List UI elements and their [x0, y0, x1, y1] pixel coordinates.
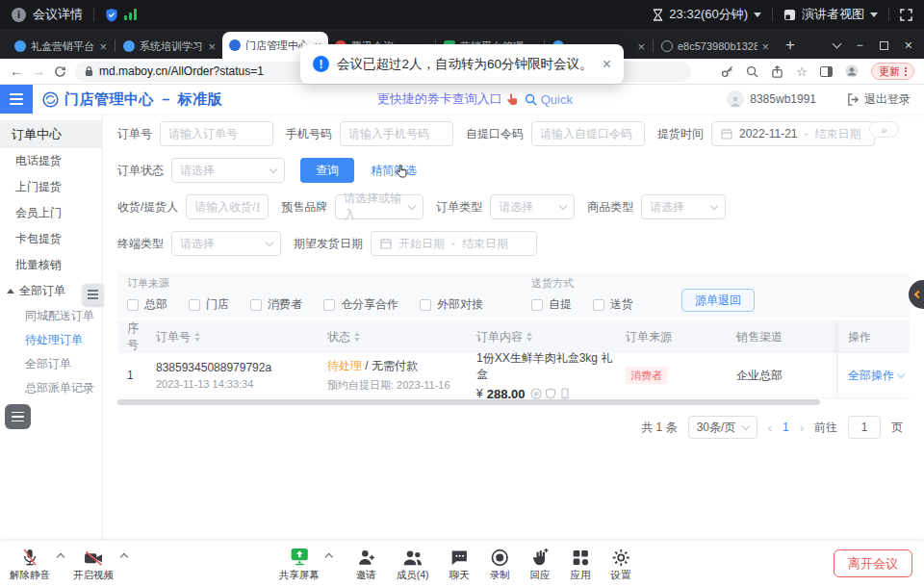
view-dropdown-icon[interactable]	[870, 13, 878, 17]
sidebar-item-batch-verify[interactable]: 批量核销	[0, 252, 102, 278]
checkbox-store[interactable]: 门店	[189, 296, 229, 313]
sidebar-item-member-visit[interactable]: 会员上门	[0, 200, 102, 226]
apps-button[interactable]: 应用	[571, 545, 591, 582]
share-screen-button[interactable]: 共享屏幕	[279, 545, 320, 582]
order-no-input[interactable]	[168, 127, 265, 140]
phone-input[interactable]	[348, 127, 445, 140]
invite-button[interactable]: 邀请	[356, 545, 376, 582]
col-status[interactable]: 状态	[318, 320, 467, 353]
goto-page-input[interactable]	[848, 416, 881, 439]
browser-tab[interactable]: 礼盒营销平台管理中心 ×	[8, 34, 114, 59]
row-all-actions-dropdown[interactable]: 全部操作	[848, 368, 904, 384]
next-page-button[interactable]: ›	[800, 421, 804, 435]
browser-profile-avatar[interactable]	[845, 64, 859, 78]
menu-hamburger-icon[interactable]	[0, 85, 33, 114]
quick-search-icon[interactable]	[525, 93, 537, 106]
sidebar-subitem-hq-dispatch[interactable]: 总部派单记录	[0, 376, 102, 400]
tab-close-icon[interactable]: ×	[761, 40, 769, 53]
sidebar-item-card-pickup[interactable]: 卡包提货	[0, 226, 102, 252]
reaction-button[interactable]: 回应	[530, 545, 551, 582]
browser-tab[interactable]: 系统培训学习 ×	[116, 34, 222, 59]
prev-page-button[interactable]: ‹	[768, 421, 772, 435]
logout-button[interactable]: 退出登录	[847, 91, 911, 108]
reload-button[interactable]	[54, 65, 66, 78]
browser-menu-icon[interactable]	[905, 67, 907, 76]
browser-tab[interactable]: e8c573980b1328a258fd2e618 ×	[654, 34, 776, 59]
bookmark-star-icon[interactable]: ☆	[796, 65, 808, 78]
receiver-input[interactable]	[194, 200, 260, 214]
sidebar-subitem-all-orders[interactable]: 全部订单	[0, 352, 102, 376]
col-content[interactable]: 订单内容	[467, 320, 616, 353]
zoom-icon[interactable]	[746, 65, 758, 78]
checkbox-consumer[interactable]: 消费者	[250, 296, 302, 313]
goods-type-select[interactable]: 请选择	[641, 194, 726, 219]
share-page-icon[interactable]	[771, 65, 783, 78]
checkbox-warehouse-share[interactable]: 仓分享合作	[323, 296, 398, 313]
sidebar-subitem-pending-orders[interactable]: 待处理订单	[0, 328, 102, 352]
sidebar-item-door-pickup[interactable]: 上门提货	[0, 174, 102, 200]
terminal-type-select[interactable]: 请选择	[171, 231, 281, 256]
tab-close-icon[interactable]: ×	[637, 40, 645, 53]
dock-handle-icon[interactable]	[83, 284, 103, 305]
order-type-select[interactable]: 请选择	[490, 194, 575, 219]
col-order-no[interactable]: 订单号	[146, 320, 318, 353]
sort-icon[interactable]	[194, 332, 200, 342]
share-options-caret[interactable]	[325, 553, 333, 561]
sidebar-subitem-city-delivery[interactable]: 同城配送订单	[0, 304, 102, 328]
mic-options-caret[interactable]	[57, 553, 64, 561]
meeting-info-icon[interactable]: i	[12, 8, 26, 22]
pickup-code-input[interactable]	[540, 127, 636, 140]
close-window-button[interactable]: ×	[905, 38, 912, 53]
start-video-button[interactable]: 开启视频	[73, 545, 114, 582]
original-order-return-button[interactable]: 源单退回	[681, 289, 755, 312]
view-mode-label[interactable]: 演讲者视图	[802, 6, 864, 23]
sidebar-item-phone-pickup[interactable]: 电话提货	[0, 148, 102, 174]
tab-title: e8c573980b1328a258fd2e618	[678, 40, 757, 52]
maximize-button[interactable]	[880, 41, 888, 50]
task-list-widget-icon[interactable]	[5, 404, 31, 429]
pickup-date-range-input[interactable]: 2022-11-21 - 结束日期	[711, 121, 875, 146]
unmute-button[interactable]: 解除静音	[10, 545, 50, 582]
back-button[interactable]: ←	[10, 64, 23, 78]
side-panel-icon[interactable]	[820, 66, 833, 77]
brand-select[interactable]: 请选择或输入	[335, 194, 424, 219]
checkbox-delivery[interactable]: 送货	[593, 296, 633, 313]
sort-icon[interactable]	[354, 332, 360, 342]
horizontal-scrollbar[interactable]	[117, 399, 820, 405]
user-avatar[interactable]	[727, 90, 744, 108]
network-signal-icon[interactable]	[124, 9, 137, 20]
order-number[interactable]: 83859345088979792a	[156, 361, 271, 374]
video-options-caret[interactable]	[120, 553, 128, 561]
checkbox-hq[interactable]: 总部	[127, 296, 167, 313]
new-tab-button[interactable]: +	[785, 37, 795, 53]
expect-date-range-input[interactable]: 开始日期 - 结束日期	[371, 231, 537, 256]
password-key-icon[interactable]	[721, 65, 733, 78]
page-size-select[interactable]: 30条/页	[688, 416, 757, 439]
toast-close-icon[interactable]: ×	[603, 57, 611, 72]
tab-close-icon[interactable]: ×	[99, 40, 107, 53]
tab-close-icon[interactable]: ×	[208, 40, 216, 53]
checkbox-external[interactable]: 外部对接	[420, 296, 483, 313]
simple-filter-link[interactable]: 精简筛选	[371, 163, 417, 179]
record-button[interactable]: 录制	[490, 545, 510, 582]
coupon-query-link[interactable]: 更快捷的券卡查询入口	[377, 90, 502, 108]
expand-filters-button[interactable]: »	[869, 121, 899, 138]
order-status-select[interactable]: 请选择	[171, 158, 285, 183]
security-shield-icon[interactable]	[105, 8, 118, 22]
browser-update-button[interactable]: 更新	[871, 63, 914, 80]
members-button[interactable]: 成员(4)	[397, 545, 429, 582]
sidebar-section-order-center[interactable]: 订单中心	[0, 120, 102, 148]
minimize-button[interactable]: −	[857, 38, 863, 52]
forward-button[interactable]: →	[32, 64, 45, 78]
quick-label[interactable]: Quick	[541, 92, 573, 107]
timer-dropdown-icon[interactable]	[754, 13, 761, 17]
sort-icon[interactable]	[526, 332, 532, 342]
settings-button[interactable]: 设置	[611, 545, 631, 582]
search-button[interactable]: 查询	[300, 158, 354, 183]
meeting-detail-label[interactable]: 会议详情	[33, 6, 83, 23]
chat-button[interactable]: 聊天	[449, 545, 470, 582]
tab-search-chevron-icon[interactable]	[832, 39, 841, 49]
leave-meeting-button[interactable]: 离开会议	[834, 549, 912, 577]
checkbox-self-pickup[interactable]: 自提	[531, 296, 572, 313]
fullscreen-icon[interactable]	[900, 9, 912, 21]
